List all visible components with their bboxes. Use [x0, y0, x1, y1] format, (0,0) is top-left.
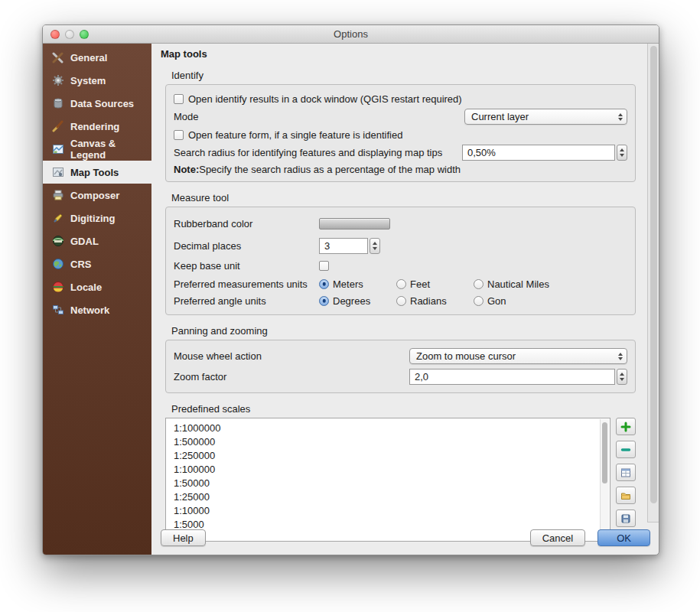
rubberband-color-button[interactable] — [319, 218, 390, 230]
dock-window-label: Open identify results in a dock window (… — [188, 93, 462, 105]
sidebar-item-label: System — [70, 75, 106, 86]
decimal-places-row: Decimal places 3 — [174, 235, 627, 256]
scales-list[interactable]: 1:1000000 1:500000 1:250000 1:100000 1:5… — [165, 418, 610, 542]
angle-gon-option[interactable]: Gon — [474, 295, 506, 307]
add-scale-button[interactable] — [616, 418, 636, 435]
sidebar-item-crs[interactable]: CRS — [43, 252, 151, 275]
feature-form-checkbox[interactable] — [174, 130, 184, 140]
search-radius-stepper[interactable] — [617, 145, 627, 161]
ok-button[interactable]: OK — [597, 529, 650, 546]
units-nautical-label: Nautical Miles — [487, 278, 549, 290]
zoom-factor-stepper[interactable] — [617, 369, 627, 385]
chevron-updown-icon — [618, 113, 623, 121]
sidebar-item-system[interactable]: System — [43, 69, 151, 92]
radio-icon — [396, 279, 406, 289]
scale-item[interactable]: 1:25000 — [174, 490, 610, 504]
save-icon — [620, 513, 631, 524]
chevron-updown-icon — [618, 353, 623, 360]
angle-degrees-option[interactable]: Degrees — [319, 295, 396, 307]
zoom-window-button[interactable] — [80, 30, 89, 39]
radio-icon — [474, 279, 483, 289]
angle-degrees-label: Degrees — [333, 295, 370, 307]
sidebar-item-locale[interactable]: Locale — [43, 275, 151, 298]
zoom-factor-label: Zoom factor — [174, 371, 405, 382]
mouse-wheel-value: Zoom to mouse cursor — [416, 350, 516, 362]
angle-gon-label: Gon — [487, 295, 506, 307]
scale-item[interactable]: 1:100000 — [174, 463, 610, 477]
note-row: Note: Specify the search radius as a per… — [174, 162, 627, 176]
radio-icon — [474, 296, 483, 306]
sidebar-item-network[interactable]: Network — [43, 298, 151, 321]
decimal-places-value: 3 — [324, 240, 330, 252]
cancel-button[interactable]: Cancel — [530, 529, 585, 546]
sidebar-item-label: General — [70, 52, 107, 63]
save-scales-button[interactable] — [616, 509, 636, 527]
feature-form-row: Open feature form, if a single feature i… — [174, 126, 627, 143]
dialog-body: General System Data Sources Rendering Ca… — [43, 44, 659, 555]
note-prefix: Note: — [174, 164, 199, 175]
sidebar-item-digitizing[interactable]: Digitizing — [43, 207, 151, 230]
scale-item[interactable]: 1:50000 — [174, 477, 610, 490]
units-meters-option[interactable]: Meters — [319, 278, 396, 290]
decimal-places-label: Decimal places — [174, 240, 319, 252]
units-nautical-option[interactable]: Nautical Miles — [474, 278, 549, 290]
remove-scale-button[interactable] — [616, 441, 636, 458]
search-radius-input[interactable]: 0,50% — [462, 145, 615, 161]
radio-icon — [396, 296, 406, 306]
keep-base-checkbox[interactable] — [319, 261, 329, 271]
zoom-factor-spin: 2,0 — [409, 369, 627, 385]
scale-item[interactable]: 1:250000 — [174, 449, 610, 463]
scale-item[interactable]: 1:500000 — [174, 435, 610, 449]
scale-item[interactable]: 1:10000 — [174, 504, 610, 518]
scales-scrollbar[interactable] — [600, 419, 609, 540]
sidebar-item-gdal[interactable]: GDAL — [43, 230, 151, 252]
default-scales-button[interactable] — [616, 464, 636, 481]
system-icon — [52, 74, 64, 86]
angle-radians-option[interactable]: Radians — [396, 295, 474, 307]
minimize-window-button[interactable] — [65, 30, 74, 39]
page-title: Map tools — [161, 48, 659, 60]
sidebar-item-label: Composer — [70, 190, 119, 201]
titlebar[interactable]: Options — [43, 25, 659, 44]
units-feet-option[interactable]: Feet — [396, 278, 474, 290]
decimal-places-stepper[interactable] — [370, 238, 380, 254]
sidebar-item-rendering[interactable]: Rendering — [43, 115, 151, 138]
mouse-wheel-dropdown[interactable]: Zoom to mouse cursor — [409, 348, 627, 364]
panning-group: Mouse wheel action Zoom to mouse cursor … — [165, 340, 636, 393]
mouse-wheel-row: Mouse wheel action Zoom to mouse cursor — [174, 346, 627, 366]
sidebar-item-canvas-legend[interactable]: Canvas & Legend — [43, 138, 151, 161]
close-window-button[interactable] — [50, 30, 60, 39]
search-radius-row: Search radius for identifying features a… — [174, 143, 627, 162]
sidebar-item-label: Rendering — [70, 121, 119, 132]
help-button[interactable]: Help — [161, 529, 206, 546]
scales-section-label: Predefined scales — [171, 403, 659, 415]
search-radius-spin: 0,50% — [462, 145, 627, 161]
cancel-button-label: Cancel — [542, 532, 573, 544]
scales-area: 1:1000000 1:500000 1:250000 1:100000 1:5… — [165, 418, 636, 542]
search-radius-value: 0,50% — [467, 147, 496, 158]
content-scrollbar-thumb[interactable] — [650, 46, 657, 503]
scale-item[interactable]: 1:1000000 — [174, 422, 610, 435]
sidebar-item-map-tools[interactable]: Map Tools — [43, 161, 151, 184]
decimal-places-input[interactable]: 3 — [319, 238, 368, 254]
mode-label: Mode — [174, 111, 199, 122]
panning-section-label: Panning and zooming — [171, 325, 659, 337]
mode-dropdown[interactable]: Current layer — [464, 109, 627, 125]
plus-icon — [620, 422, 631, 432]
sidebar-item-composer[interactable]: Composer — [43, 184, 151, 207]
mode-row: Mode Current layer — [174, 107, 627, 126]
feature-form-label: Open feature form, if a single feature i… — [188, 129, 402, 141]
scales-scrollbar-thumb[interactable] — [602, 422, 607, 483]
zoom-factor-input[interactable]: 2,0 — [409, 369, 615, 385]
identify-group: Open identify results in a dock window (… — [165, 84, 636, 182]
content-scrollbar[interactable] — [647, 44, 659, 522]
dock-window-checkbox[interactable] — [174, 94, 184, 104]
network-icon — [52, 304, 64, 316]
sidebar-item-general[interactable]: General — [43, 46, 151, 69]
zoom-factor-value: 2,0 — [415, 371, 428, 382]
measure-units-row: Preferred measurements units Meters Feet… — [174, 275, 627, 292]
angle-radians-label: Radians — [410, 295, 447, 307]
load-scales-button[interactable] — [616, 487, 636, 504]
sidebar-item-data-sources[interactable]: Data Sources — [43, 92, 151, 115]
digitizing-icon — [52, 212, 64, 224]
